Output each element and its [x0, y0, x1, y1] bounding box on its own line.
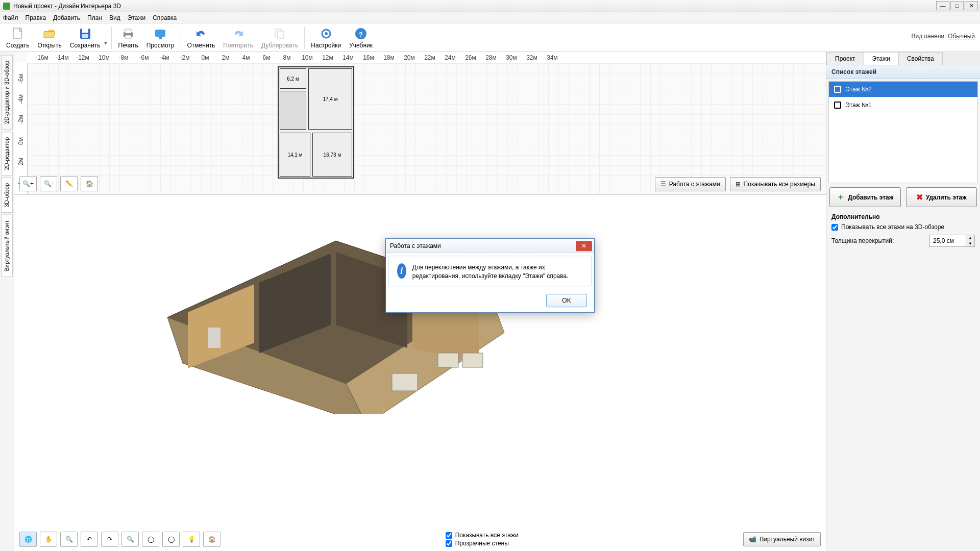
- floors-dialog: Работа с этажами ✕ i Для переключения ме…: [385, 238, 595, 313]
- dialog-title: Работа с этажами: [390, 242, 441, 249]
- dialog-ok-button[interactable]: OK: [546, 294, 587, 307]
- info-icon: i: [397, 263, 406, 279]
- dialog-close-button[interactable]: ✕: [576, 241, 592, 251]
- modal-overlay: Работа с этажами ✕ i Для переключения ме…: [0, 0, 980, 551]
- close-icon: ✕: [581, 242, 586, 249]
- dialog-text: Для переключения между этажами, а также …: [412, 263, 583, 281]
